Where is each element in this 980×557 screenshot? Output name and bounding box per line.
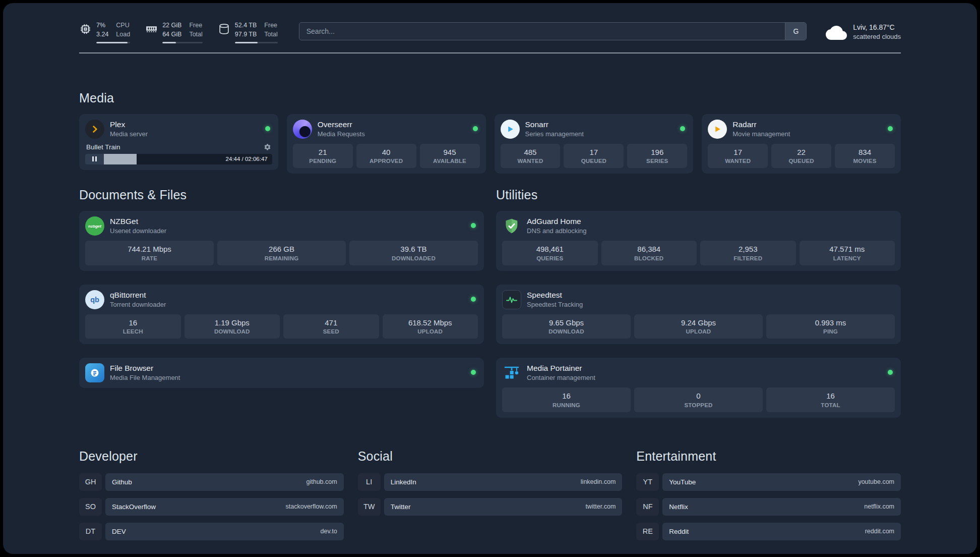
gear-icon[interactable] [264,143,271,151]
cpu-progress-bar [96,42,130,43]
stat: 0 STOPPED [634,387,763,412]
stat-value: 9.65 Gbps [504,318,629,328]
radarr-icon [708,120,727,139]
section-utilities: Utilities [496,188,901,418]
service-link-overseerr[interactable]: Overseerr Media Requests [293,120,480,139]
disk-label-bottom: Total [264,30,277,39]
stat-value: 0 [636,391,761,401]
stat: 40 APPROVED [356,144,416,169]
service-link-plex[interactable]: Plex Media server [85,120,272,139]
stat-label: WANTED [710,158,766,164]
stat: 266 GB REMAINING [217,241,346,265]
bookmark-name: StackOverflow [112,503,156,511]
status-dot [471,370,476,375]
search-bar: G [299,22,807,40]
bookmark-abbr: DT [79,523,102,540]
stat-value: 744.21 Mbps [87,244,212,254]
stat-value: 834 [837,147,893,157]
stat: 1.19 Gbps DOWNLOAD [185,314,280,339]
pause-button[interactable] [85,154,104,164]
dashboard: 7% 3.24 CPU Load [3,3,977,554]
bookmark-netflix: NF Netflix netflix.com [636,498,901,516]
stat-value: 16 [768,391,893,401]
service-name: AdGuard Home [527,216,587,226]
bookmark-name: LinkedIn [391,478,416,486]
service-link-adguard[interactable]: AdGuard Home DNS and adblocking [502,216,895,236]
cpu-labels: CPU Load [116,21,130,39]
search-input[interactable] [299,23,785,40]
stat-label: RUNNING [504,402,629,408]
bookmark-group-developer: Developer GH Github github.com SO StackO… [79,449,344,547]
stat-value: 16 [87,318,179,328]
stat: 485 WANTED [501,144,561,169]
service-link-sonarr[interactable]: Sonarr Series management [501,120,688,139]
stat-value: 39.6 TB [351,244,476,254]
pause-icon [92,156,94,161]
stat-label: QUERIES [504,255,596,261]
bookmark-name: DEV [112,528,126,535]
playback-progress-bar[interactable]: 24:44 / 02:06:47 [104,154,272,164]
stat: 16 TOTAL [766,387,895,412]
disk-label-top: Free [264,21,277,30]
stat-label: LEECH [87,328,179,335]
cloud-icon [826,25,847,40]
bookmark-link[interactable]: Netflix netflix.com [662,498,901,516]
stat-value: 2,953 [702,244,794,254]
service-card-overseerr: Overseerr Media Requests 21 PENDING 40 A… [287,114,486,174]
bookmark-link[interactable]: YouTube youtube.com [662,473,901,491]
bookmark-link[interactable]: DEV dev.to [105,523,344,540]
middle-sections: Documents & Files nzbget NZBGet Usenet d… [79,188,901,418]
bookmark-link[interactable]: StackOverflow stackoverflow.com [105,498,344,516]
bookmark-abbr: RE [636,523,659,540]
bookmark-link[interactable]: Github github.com [105,473,344,491]
service-link-nzbget[interactable]: nzbget NZBGet Usenet downloader [85,216,478,236]
cpu-values: 7% 3.24 [96,21,108,39]
bookmark-abbr: SO [79,498,102,516]
bookmark-name: YouTube [669,478,696,486]
memory-total: 64 GiB [162,30,181,39]
service-name: Media Portainer [527,363,595,373]
stat: 834 MOVIES [835,144,895,169]
stat-value: 0.993 ms [768,318,893,328]
stat-value: 485 [503,147,559,157]
stat-value: 1.19 Gbps [187,318,278,328]
stat: 945 AVAILABLE [420,144,480,169]
service-description: Movie management [732,130,790,139]
stat-label: PENDING [295,158,351,164]
bookmark-reddit: RE Reddit reddit.com [636,523,901,540]
service-description: Torrent downloader [110,300,166,309]
section-title-utilities: Utilities [496,188,901,202]
stat: 744.21 Mbps RATE [85,241,214,265]
topbar: 7% 3.24 CPU Load [79,3,901,43]
stat-label: RATE [87,255,212,261]
stat: 16 LEECH [85,314,181,339]
service-description: Media Requests [318,130,365,139]
service-card-qbittorrent: qb qBittorrent Torrent downloader 16 [79,285,484,345]
stat-value: 9.24 Gbps [636,318,761,328]
disk-values: 52.4 TB 97.9 TB [235,21,257,39]
stat: 47.571 ms LATENCY [800,241,895,265]
status-dot [888,370,893,375]
bookmark-link[interactable]: LinkedIn linkedin.com [384,473,623,491]
overseerr-icon [293,120,312,139]
section-title-documents: Documents & Files [79,188,484,202]
section-title-media: Media [79,91,901,105]
service-link-qbittorrent[interactable]: qb qBittorrent Torrent downloader [85,290,478,309]
service-link-portainer[interactable]: Media Portainer Container management [502,363,895,382]
disk-total: 97.9 TB [235,30,257,39]
service-description: Series management [525,130,584,139]
memory-label-top: Free [189,21,202,30]
service-link-radarr[interactable]: Radarr Movie management [708,120,895,139]
service-link-filebrowser[interactable]: File Browser Media File Management [85,363,478,382]
bookmark-link[interactable]: Reddit reddit.com [662,523,901,540]
service-card-speedtest: Speedtest Speedtest Tracking 9.65 Gbps D… [496,285,901,345]
bookmark-link[interactable]: Twitter twitter.com [384,498,623,516]
stat-value: 22 [773,147,829,157]
status-dot [888,126,893,131]
section-media: Media Plex Media server [79,91,901,174]
stat-value: 471 [285,318,377,328]
service-link-speedtest[interactable]: Speedtest Speedtest Tracking [502,290,895,309]
stat: 0.993 ms PING [766,314,895,339]
search-engine-button[interactable]: G [785,23,806,40]
bookmark-name: Netflix [669,503,688,511]
